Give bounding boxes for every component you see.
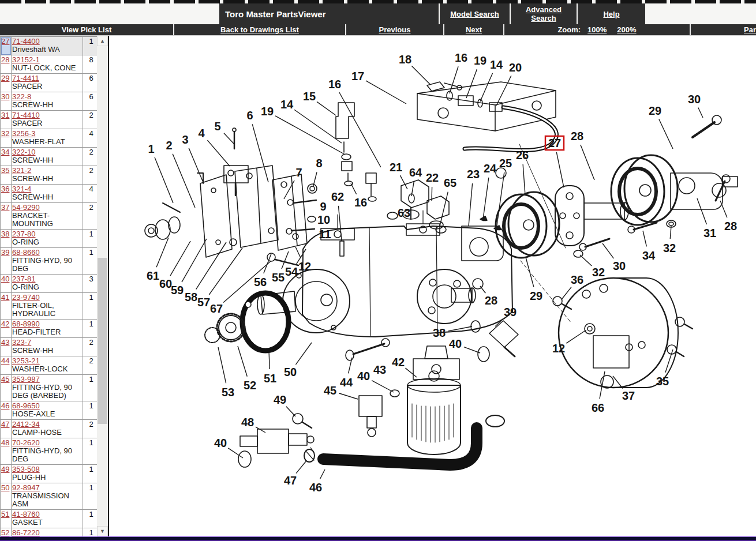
- diagram-callout-17[interactable]: 17: [351, 70, 364, 82]
- part-number-link[interactable]: 71-4400: [12, 37, 40, 46]
- diagram-callout-52[interactable]: 52: [244, 379, 256, 392]
- scroll-down-button[interactable]: ▼: [97, 526, 108, 536]
- row-number-link[interactable]: 41: [1, 293, 9, 302]
- diagram-callout-60[interactable]: 60: [159, 277, 172, 290]
- row-number-link[interactable]: 47: [1, 420, 9, 429]
- row-number-link[interactable]: 34: [1, 148, 9, 156]
- view-pick-list-label[interactable]: View Pick List: [62, 25, 111, 34]
- part-number-link[interactable]: 237-80: [12, 230, 35, 238]
- view-pick-list-button[interactable]: View Pick List: [0, 24, 173, 35]
- zoom-200-link[interactable]: 200%: [617, 25, 636, 34]
- part-number-link[interactable]: 3253-21: [12, 356, 40, 365]
- row-number-link[interactable]: 38: [1, 230, 9, 238]
- diagram-callout-57[interactable]: 57: [197, 296, 210, 309]
- part-number-link[interactable]: 3256-3: [12, 129, 35, 138]
- diagram-callout-14[interactable]: 14: [280, 98, 294, 111]
- diagram-callout-65[interactable]: 65: [444, 176, 456, 189]
- diagram-callout-40[interactable]: 40: [449, 337, 462, 350]
- diagram-callout-62[interactable]: 62: [331, 190, 344, 203]
- menu-help[interactable]: Help: [577, 3, 645, 24]
- diagram-callout-15[interactable]: 15: [303, 90, 316, 103]
- row-number-link[interactable]: 51: [1, 510, 9, 519]
- diagram-callout-5[interactable]: 5: [214, 120, 220, 133]
- row-number-link[interactable]: 45: [1, 375, 9, 384]
- diagram-callout-61[interactable]: 61: [147, 269, 159, 282]
- diagram-callout-40[interactable]: 40: [357, 370, 370, 382]
- back-to-drawings-button[interactable]: Back to Drawings List: [173, 24, 345, 35]
- diagram-callout-3[interactable]: 3: [182, 133, 188, 146]
- diagram-callout-63[interactable]: 63: [398, 206, 410, 219]
- row-number-link[interactable]: 36: [1, 185, 9, 193]
- row-number-link[interactable]: 30: [1, 92, 9, 101]
- diagram-callout-37[interactable]: 37: [622, 389, 635, 402]
- diagram-callout-22[interactable]: 22: [426, 171, 439, 184]
- diagram-callout-58[interactable]: 58: [185, 291, 197, 303]
- part-number-link[interactable]: 41-8760: [12, 510, 40, 519]
- part-number-link[interactable]: 321-2: [12, 166, 31, 175]
- diagram-callout-32[interactable]: 32: [592, 266, 605, 279]
- zoom-100-link[interactable]: 100%: [587, 25, 607, 34]
- diagram-callout-55[interactable]: 55: [272, 271, 285, 284]
- row-number-link[interactable]: 52: [1, 528, 9, 537]
- diagram-callout-7[interactable]: 7: [295, 166, 302, 179]
- diagram-callout-25[interactable]: 25: [499, 157, 512, 170]
- parts-list-scrollbar[interactable]: ▲ ▼: [97, 36, 108, 536]
- diagram-callout-28[interactable]: 28: [571, 130, 583, 142]
- row-number-link[interactable]: 48: [1, 438, 9, 447]
- row-number-link[interactable]: 27: [1, 37, 9, 46]
- previous-label[interactable]: Previous: [379, 25, 411, 34]
- diagram-callout-6[interactable]: 6: [246, 109, 253, 122]
- part-number-link[interactable]: 353-987: [12, 375, 40, 384]
- menu-model-search[interactable]: Model Search: [439, 3, 510, 24]
- diagram-callout-28[interactable]: 28: [485, 294, 497, 307]
- row-number-link[interactable]: 49: [1, 465, 9, 474]
- diagram-callout-29[interactable]: 29: [530, 290, 542, 302]
- row-number-link[interactable]: 32: [1, 129, 9, 138]
- diagram-callout-16[interactable]: 16: [455, 51, 467, 64]
- row-number-link[interactable]: 46: [1, 401, 9, 410]
- diagram-callout-18[interactable]: 18: [399, 53, 411, 66]
- diagram-callout-32[interactable]: 32: [663, 242, 676, 254]
- scrollbar-thumb[interactable]: [98, 258, 107, 424]
- diagram-callout-30[interactable]: 30: [613, 260, 626, 272]
- part-number-link[interactable]: 92-8947: [12, 483, 40, 492]
- diagram-callout-20[interactable]: 20: [509, 61, 522, 74]
- diagram-callout-38[interactable]: 38: [433, 326, 446, 339]
- part-number-link[interactable]: 68-8990: [12, 320, 40, 328]
- diagram-callout-10[interactable]: 10: [317, 213, 330, 226]
- part-number-link[interactable]: 54-9290: [12, 203, 40, 212]
- part-number-link[interactable]: 322-8: [12, 92, 31, 101]
- next-label[interactable]: Next: [466, 25, 482, 34]
- diagram-callout-42[interactable]: 42: [392, 356, 405, 369]
- row-number-link[interactable]: 44: [1, 356, 9, 365]
- row-number-link[interactable]: 39: [1, 248, 9, 257]
- diagram-callout-16[interactable]: 16: [354, 196, 367, 209]
- diagram-callout-26[interactable]: 26: [516, 149, 529, 161]
- diagram-callout-50[interactable]: 50: [284, 366, 297, 378]
- next-button[interactable]: Next: [443, 24, 503, 35]
- diagram-callout-34[interactable]: 34: [642, 249, 656, 262]
- diagram-callout-2[interactable]: 2: [166, 139, 172, 152]
- diagram-callout-56[interactable]: 56: [254, 276, 267, 288]
- diagram-callout-48[interactable]: 48: [241, 416, 254, 429]
- diagram-callout-28[interactable]: 28: [724, 220, 737, 232]
- diagram-callout-51[interactable]: 51: [264, 372, 276, 385]
- diagram-callout-44[interactable]: 44: [340, 376, 353, 389]
- diagram-callout-39[interactable]: 39: [504, 306, 517, 318]
- advanced-search-label[interactable]: Advanced Search: [518, 5, 570, 22]
- diagram-callout-11[interactable]: 11: [319, 228, 331, 241]
- diagram-callout-45[interactable]: 45: [324, 384, 336, 397]
- diagram-callout-9[interactable]: 9: [320, 200, 326, 213]
- back-to-drawings-label[interactable]: Back to Drawings List: [220, 25, 299, 34]
- part-number-link[interactable]: 23-9740: [12, 293, 40, 302]
- part-number-link[interactable]: 322-10: [12, 148, 35, 156]
- diagram-callout-19[interactable]: 19: [261, 105, 274, 118]
- row-number-link[interactable]: 43: [1, 338, 9, 347]
- row-number-link[interactable]: 50: [1, 483, 9, 492]
- diagram-callout-16[interactable]: 16: [328, 78, 341, 91]
- diagram-callout-30[interactable]: 30: [688, 93, 701, 106]
- model-search-label[interactable]: Model Search: [450, 10, 499, 18]
- parts-link-clipped[interactable]: Par: [690, 24, 756, 35]
- diagram-callout-47[interactable]: 47: [284, 474, 297, 487]
- diagram-callout-23[interactable]: 23: [467, 168, 480, 181]
